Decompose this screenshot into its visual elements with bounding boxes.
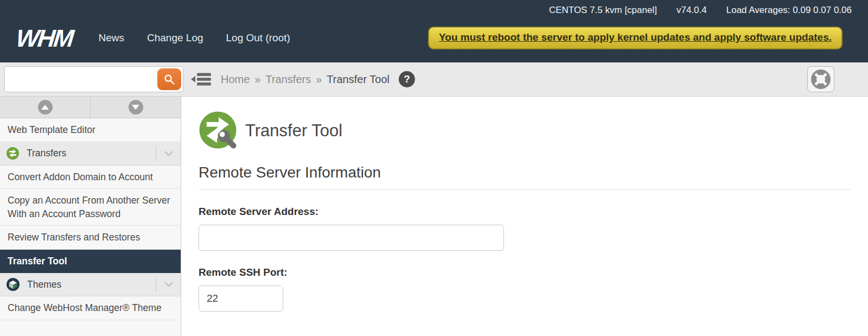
breadcrumb-separator: »: [316, 73, 322, 86]
sidebar-item-convert-addon-domain[interactable]: Convert Addon Domain to Account: [0, 166, 181, 189]
content-layout: Web Template Editor Transfers Convert Ad…: [0, 97, 868, 336]
remote-ssh-port-label: Remote SSH Port:: [199, 267, 868, 278]
system-name: CENTOS 7.5 kvm [cpanel]: [549, 5, 657, 16]
arrow-up-icon: [38, 100, 53, 115]
search-container: [4, 66, 183, 92]
transfers-icon: [7, 147, 19, 160]
load-averages: Load Averages: 0.09 0.07 0.06: [726, 5, 852, 16]
sidebar-item-review-transfers[interactable]: Review Transfers and Restores: [0, 226, 181, 250]
transfer-tool-icon: [199, 111, 239, 151]
support-button[interactable]: [807, 66, 834, 92]
page-title: Transfer Tool: [245, 121, 342, 141]
themes-icon: [7, 278, 20, 291]
sidebar-item-transfer-tool[interactable]: Transfer Tool: [0, 250, 181, 274]
remote-server-address-input[interactable]: [199, 225, 504, 251]
breadcrumb-separator: »: [254, 73, 260, 86]
remote-server-address-label: Remote Server Address:: [199, 206, 868, 218]
section-heading: Remote Server Information: [199, 164, 851, 190]
sidebar-item-change-whm-theme[interactable]: Change WebHost Manager® Theme: [0, 296, 181, 320]
collapse-menu-icon: [191, 72, 211, 86]
reboot-alert-banner[interactable]: You must reboot the server to apply kern…: [428, 27, 843, 49]
help-icon[interactable]: ?: [399, 71, 415, 87]
arrow-down-icon: [129, 100, 143, 115]
sidebar-group-label: Transfers: [27, 148, 156, 159]
breadcrumb-home[interactable]: Home: [221, 73, 250, 86]
whm-logo[interactable]: WHM: [15, 26, 77, 50]
nav-news[interactable]: News: [98, 32, 124, 44]
scroll-down-button[interactable]: [91, 97, 181, 118]
sidebar-item-web-template-editor[interactable]: Web Template Editor: [0, 118, 181, 142]
toolbar: Home » Transfers » Transfer Tool ?: [0, 62, 868, 97]
chevron-down-icon[interactable]: [156, 146, 181, 161]
sidebar-group-transfers[interactable]: Transfers: [0, 142, 181, 166]
chevron-down-icon[interactable]: [156, 277, 181, 292]
main-content: Transfer Tool Remote Server Information …: [181, 97, 868, 336]
sidebar-scroll-controls: [0, 97, 181, 118]
sidebar-item-copy-account[interactable]: Copy an Account From Another Server With…: [0, 189, 181, 226]
scroll-up-button[interactable]: [0, 97, 91, 118]
breadcrumb: Home » Transfers » Transfer Tool ?: [221, 71, 415, 87]
sidebar: Web Template Editor Transfers Convert Ad…: [0, 97, 181, 336]
top-header: CENTOS 7.5 kvm [cpanel] v74.0.4 Load Ave…: [0, 0, 868, 62]
search-button[interactable]: [157, 68, 181, 90]
nav-change-log[interactable]: Change Log: [147, 32, 203, 44]
whm-version: v74.0.4: [676, 5, 707, 16]
life-ring-icon: [810, 68, 832, 90]
collapse-sidebar-button[interactable]: [191, 72, 211, 86]
search-input[interactable]: [4, 66, 183, 92]
main-nav-row: WHM News Change Log Log Out (root) You m…: [0, 16, 868, 55]
sidebar-group-label: Themes: [27, 279, 156, 290]
breadcrumb-current-page: Transfer Tool: [327, 73, 390, 86]
nav-log-out[interactable]: Log Out (root): [226, 32, 290, 44]
system-info-bar: CENTOS 7.5 kvm [cpanel] v74.0.4 Load Ave…: [0, 0, 868, 16]
search-icon: [163, 73, 175, 85]
sidebar-group-themes[interactable]: Themes: [0, 273, 181, 296]
breadcrumb-transfers[interactable]: Transfers: [265, 73, 311, 86]
page-title-row: Transfer Tool: [199, 111, 868, 151]
remote-ssh-port-input[interactable]: [199, 286, 283, 312]
